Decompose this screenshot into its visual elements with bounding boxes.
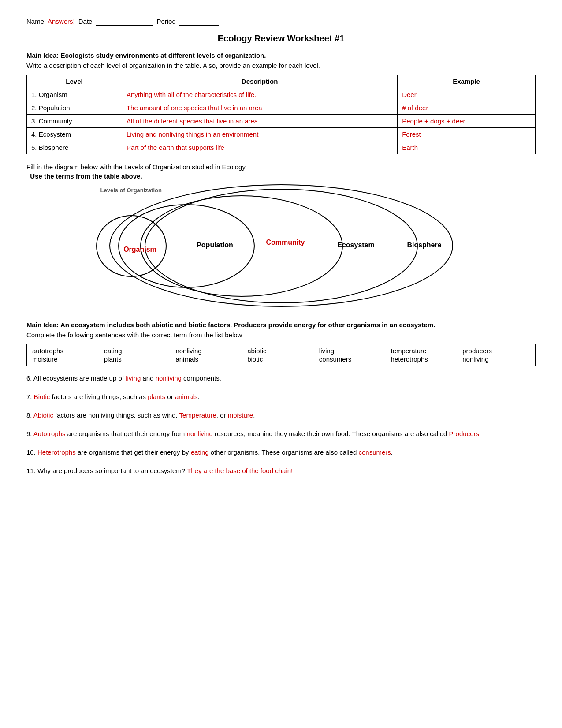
answer-text: nonliving xyxy=(156,374,182,382)
question-text: components. xyxy=(182,374,221,382)
diagram-instruction2: Use the terms from the table above. xyxy=(26,172,536,180)
sentence-10: 10. Heterotrophs are organisms that get … xyxy=(26,447,536,458)
section2-main-idea: Main Idea: An ecosystem includes both ab… xyxy=(26,321,536,329)
page-title: Ecology Review Worksheet #1 xyxy=(26,34,536,44)
question-text: . xyxy=(253,411,255,419)
answer-text: eating xyxy=(191,448,209,456)
question-text: 8. xyxy=(26,411,33,419)
period-field[interactable] xyxy=(179,18,219,26)
question-text: resources, meaning they make their own f… xyxy=(213,430,449,437)
col-description: Description xyxy=(122,75,397,88)
diagram-instruction1: Fill in the diagram below with the Level… xyxy=(26,163,536,171)
date-label: Date xyxy=(78,18,93,25)
question-text: and xyxy=(141,374,155,382)
cell-example: Earth xyxy=(398,141,536,154)
sentence-8: 8. Abiotic factors are nonliving things,… xyxy=(26,410,536,421)
answer-text: Temperature xyxy=(179,411,216,419)
question-text: 7. xyxy=(26,393,34,400)
levels-table: Level Description Example 1. OrganismAny… xyxy=(26,75,536,154)
label-organism: Organism xyxy=(114,241,167,258)
answer-text: Heterotrophs xyxy=(37,448,76,456)
cell-level: 3. Community xyxy=(27,115,122,128)
question-text: other organisms. These organisms are als… xyxy=(209,448,359,456)
section1-instruction: Write a description of each level of org… xyxy=(26,62,536,69)
word-bank-item: temperature xyxy=(391,347,458,355)
cell-level: 2. Population xyxy=(27,101,122,115)
date-field[interactable] xyxy=(96,18,153,26)
word-bank-item: eating xyxy=(104,347,171,355)
cell-level: 1. Organism xyxy=(27,88,122,101)
label-population: Population xyxy=(189,236,242,254)
diagram-label: Levels of Organization xyxy=(100,187,162,194)
question-text: are organisms that get their energy by xyxy=(76,448,191,456)
answer-text: Producers xyxy=(449,430,479,437)
cell-description: Part of the earth that supports life xyxy=(122,141,397,154)
period-label: Period xyxy=(156,18,175,25)
answer-text: Abiotic xyxy=(33,411,53,419)
question-text: 9. xyxy=(26,430,33,437)
col-example: Example xyxy=(398,75,536,88)
table-row: 2. PopulationThe amount of one species t… xyxy=(27,101,536,115)
table-row: 4. EcosystemLiving and nonliving things … xyxy=(27,128,536,141)
cell-description: Anything with all of the characteristics… xyxy=(122,88,397,101)
word-bank-item: autotrophs xyxy=(32,347,100,355)
cell-example: Deer xyxy=(398,88,536,101)
sentence-7: 7. Biotic factors are living things, suc… xyxy=(26,392,536,402)
answer-text: living xyxy=(126,374,141,382)
word-bank-item: producers xyxy=(462,347,530,355)
levels-diagram: Levels of Organization Organism Populati… xyxy=(92,184,471,308)
name-label: Name xyxy=(26,18,44,25)
diagram-section: Fill in the diagram below with the Level… xyxy=(26,163,536,308)
cell-description: All of the different species that live i… xyxy=(122,115,397,128)
label-community: Community xyxy=(259,234,312,251)
cell-example: People + dogs + deer xyxy=(398,115,536,128)
label-biosphere: Biosphere xyxy=(400,236,449,254)
answer-text: Autotrophs xyxy=(33,430,66,437)
section2-instruction: Complete the following sentences with th… xyxy=(26,331,536,339)
name-value: Answers! xyxy=(48,18,75,25)
word-bank-item: biotic xyxy=(247,355,315,363)
word-bank-item: consumers xyxy=(319,355,387,363)
question-text: . xyxy=(479,430,481,437)
sentence-9: 9. Autotrophs are organisms that get the… xyxy=(26,429,536,439)
question-text: 11. Why are producers so important to an… xyxy=(26,467,187,474)
answer-text: consumers xyxy=(359,448,391,456)
answer-text: They are the base of the food chain! xyxy=(187,467,293,474)
answer-text: moisture xyxy=(228,411,253,419)
question-text: factors are living things, such as xyxy=(50,393,148,400)
question-text: . xyxy=(391,448,393,456)
header: Name Answers! Date Period xyxy=(26,18,536,26)
cell-level: 5. Biosphere xyxy=(27,141,122,154)
question-text: factors are nonliving things, such as wi… xyxy=(53,411,179,419)
cell-description: Living and nonliving things in an enviro… xyxy=(122,128,397,141)
word-bank-item: moisture xyxy=(32,355,100,363)
word-bank-item: nonliving xyxy=(462,355,530,363)
question-text: or xyxy=(165,393,175,400)
col-level: Level xyxy=(27,75,122,88)
sentence-6: 6. All ecosystems are made up of living … xyxy=(26,373,536,384)
word-bank-item: animals xyxy=(175,355,243,363)
word-bank-item: abiotic xyxy=(247,347,315,355)
question-text: 10. xyxy=(26,448,37,456)
answer-text: nonliving xyxy=(187,430,213,437)
table-row: 1. OrganismAnything with all of the char… xyxy=(27,88,536,101)
section1-main-idea: Main Idea: Ecologists study environments… xyxy=(26,52,536,59)
question-text: , or xyxy=(216,411,228,419)
word-bank-item: heterotrophs xyxy=(391,355,458,363)
cell-description: The amount of one species that live in a… xyxy=(122,101,397,115)
question-text: are organisms that get their energy from xyxy=(65,430,186,437)
word-bank: autotrophseatingnonlivingabioticlivingte… xyxy=(26,344,536,366)
cell-level: 4. Ecosystem xyxy=(27,128,122,141)
answer-text: Biotic xyxy=(34,393,50,400)
sentence-11: 11. Why are producers so important to an… xyxy=(26,466,536,476)
answer-text: plants xyxy=(148,393,165,400)
word-bank-item: living xyxy=(319,347,387,355)
word-bank-item: plants xyxy=(104,355,171,363)
question-text: 6. All ecosystems are made up of xyxy=(26,374,126,382)
answer-text: animals xyxy=(175,393,198,400)
label-ecosystem: Ecosystem xyxy=(332,236,380,254)
question-text: . xyxy=(198,393,200,400)
table-row: 5. BiospherePart of the earth that suppo… xyxy=(27,141,536,154)
table-row: 3. CommunityAll of the different species… xyxy=(27,115,536,128)
cell-example: Forest xyxy=(398,128,536,141)
